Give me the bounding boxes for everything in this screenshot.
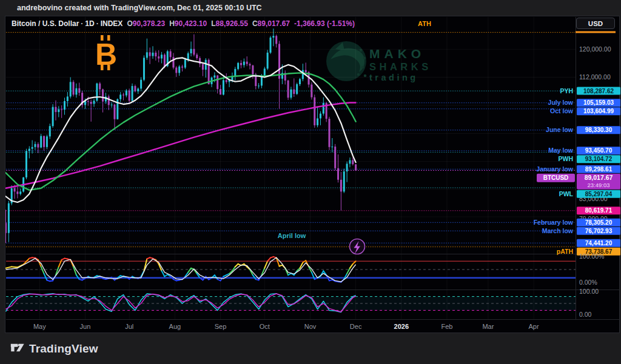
ma-mid-line bbox=[6, 73, 356, 190]
level-name-label: May low bbox=[548, 147, 574, 154]
level-name-label: June low bbox=[546, 126, 574, 133]
level-name-label: March low bbox=[542, 227, 574, 234]
watermark-text: SHARKS bbox=[369, 61, 432, 72]
svg-text:B: B bbox=[95, 38, 117, 71]
open-label: O bbox=[127, 19, 132, 28]
high-label: H bbox=[169, 19, 175, 28]
level-name-label: PYH bbox=[560, 87, 573, 94]
low-label: L bbox=[211, 19, 215, 28]
tradingview-logo-icon[interactable] bbox=[10, 340, 25, 357]
tradingview-wordmark[interactable]: TradingView bbox=[29, 342, 98, 356]
level-name-label: February low bbox=[534, 219, 574, 226]
timeframe[interactable]: 1D bbox=[85, 19, 94, 28]
change-value: -1,366.93 (-1.51%) bbox=[294, 19, 355, 28]
ma-slow-line bbox=[6, 102, 356, 188]
level-name-label: Oct low bbox=[550, 107, 574, 114]
chart-annotation: April low bbox=[278, 232, 306, 239]
open-value: 90,378.23 bbox=[133, 19, 165, 28]
chart-canvas[interactable]: MAKOSHARKStrading120,000.00112,000.0083,… bbox=[5, 16, 620, 334]
attribution-text: andrebovino created with TradingView.com… bbox=[17, 4, 262, 12]
low-value: 88,926.55 bbox=[216, 19, 248, 28]
lightning-event-icon[interactable] bbox=[350, 239, 365, 254]
watermark-text: MAKO bbox=[369, 47, 425, 61]
chart-annotation: ATH bbox=[418, 20, 431, 27]
bitcoin-logo-icon: B bbox=[95, 35, 117, 71]
level-name-label: July low bbox=[548, 99, 574, 106]
high-value: 90,423.10 bbox=[175, 19, 207, 28]
branding-bar: TradingView bbox=[0, 333, 621, 364]
close-value: 89,017.67 bbox=[258, 19, 290, 28]
chart-panel[interactable]: MAKOSHARKStrading120,000.00112,000.0083,… bbox=[5, 16, 620, 333]
symbol-title-row: Bitcoin / U.S. Dollar·1D·INDEXO90,378.23… bbox=[12, 19, 355, 28]
symbol-name[interactable]: Bitcoin / U.S. Dollar bbox=[12, 19, 79, 28]
exchange-name: INDEX bbox=[101, 19, 123, 28]
currency-toggle-usd[interactable]: USD bbox=[576, 18, 615, 29]
level-name-label: January low bbox=[536, 165, 574, 173]
level-name-label: PWL bbox=[559, 190, 574, 197]
attribution-bar: andrebovino created with TradingView.com… bbox=[0, 0, 621, 16]
symbol-marker-text: BTCUSD bbox=[543, 174, 569, 181]
close-label: C bbox=[252, 19, 258, 28]
level-name-label: pATH bbox=[557, 248, 573, 255]
price-scale[interactable] bbox=[576, 16, 620, 319]
time-scale[interactable] bbox=[5, 320, 620, 333]
tradingview-snapshot: andrebovino created with TradingView.com… bbox=[0, 0, 621, 364]
level-name-label: PWH bbox=[559, 155, 574, 162]
watermark: MAKOSHARKStrading bbox=[326, 41, 432, 82]
